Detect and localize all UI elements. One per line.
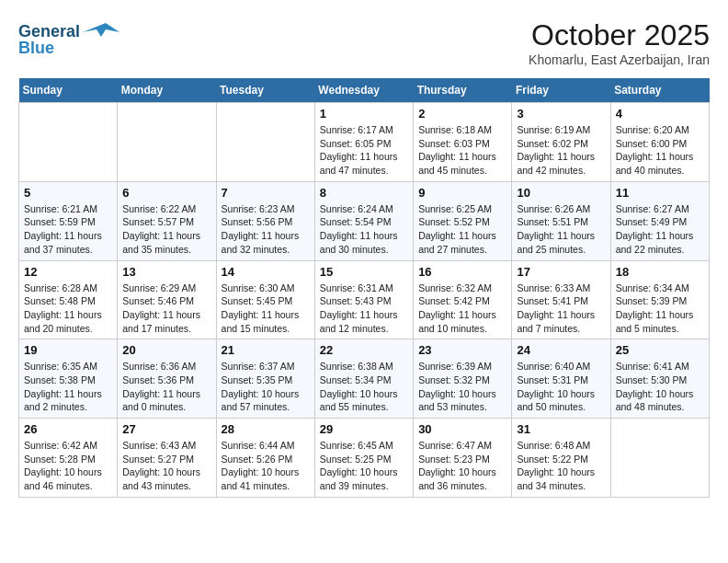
calendar-cell: 15Sunrise: 6:31 AM Sunset: 5:43 PM Dayli…: [314, 260, 413, 339]
calendar-cell: [610, 419, 709, 498]
calendar-week-row: 5Sunrise: 6:21 AM Sunset: 5:59 PM Daylig…: [19, 181, 710, 260]
calendar-cell: 18Sunrise: 6:34 AM Sunset: 5:39 PM Dayli…: [610, 260, 709, 339]
calendar-cell: 26Sunrise: 6:42 AM Sunset: 5:28 PM Dayli…: [19, 419, 118, 498]
day-info: Sunrise: 6:28 AM Sunset: 5:48 PM Dayligh…: [24, 282, 112, 336]
day-info: Sunrise: 6:19 AM Sunset: 6:02 PM Dayligh…: [517, 123, 605, 178]
day-info: Sunrise: 6:23 AM Sunset: 5:56 PM Dayligh…: [222, 202, 310, 257]
calendar-cell: 31Sunrise: 6:48 AM Sunset: 5:22 PM Dayli…: [512, 419, 610, 498]
day-number: 2: [418, 107, 506, 121]
day-info: Sunrise: 6:48 AM Sunset: 5:22 PM Dayligh…: [517, 439, 605, 493]
calendar-week-row: 1Sunrise: 6:17 AM Sunset: 6:05 PM Daylig…: [19, 103, 710, 182]
day-info: Sunrise: 6:36 AM Sunset: 5:36 PM Dayligh…: [122, 360, 210, 414]
day-info: Sunrise: 6:47 AM Sunset: 5:23 PM Dayligh…: [418, 439, 506, 493]
calendar-cell: 29Sunrise: 6:45 AM Sunset: 5:25 PM Dayli…: [314, 419, 413, 498]
calendar-cell: 4Sunrise: 6:20 AM Sunset: 6:00 PM Daylig…: [610, 103, 709, 182]
day-info: Sunrise: 6:34 AM Sunset: 5:39 PM Dayligh…: [616, 282, 704, 336]
calendar-cell: 13Sunrise: 6:29 AM Sunset: 5:46 PM Dayli…: [118, 260, 216, 339]
day-number: 4: [616, 107, 704, 121]
day-number: 20: [122, 343, 210, 357]
day-number: 23: [418, 343, 506, 357]
calendar-cell: 7Sunrise: 6:23 AM Sunset: 5:56 PM Daylig…: [216, 181, 314, 260]
logo: General Blue: [18, 18, 119, 63]
day-info: Sunrise: 6:20 AM Sunset: 6:00 PM Dayligh…: [616, 123, 704, 178]
calendar-cell: 17Sunrise: 6:33 AM Sunset: 5:41 PM Dayli…: [512, 260, 610, 339]
calendar-cell: [19, 103, 118, 182]
day-number: 12: [24, 265, 112, 279]
day-info: Sunrise: 6:30 AM Sunset: 5:45 PM Dayligh…: [222, 282, 310, 336]
day-info: Sunrise: 6:26 AM Sunset: 5:51 PM Dayligh…: [517, 202, 605, 257]
day-info: Sunrise: 6:22 AM Sunset: 5:57 PM Dayligh…: [122, 202, 210, 257]
calendar-cell: 1Sunrise: 6:17 AM Sunset: 6:05 PM Daylig…: [314, 103, 413, 182]
day-number: 8: [320, 186, 408, 200]
svg-text:Blue: Blue: [18, 39, 54, 57]
calendar-cell: 6Sunrise: 6:22 AM Sunset: 5:57 PM Daylig…: [118, 181, 216, 260]
day-number: 21: [222, 343, 310, 357]
calendar-cell: 25Sunrise: 6:41 AM Sunset: 5:30 PM Dayli…: [610, 339, 709, 419]
calendar-cell: [216, 103, 314, 182]
day-info: Sunrise: 6:44 AM Sunset: 5:26 PM Dayligh…: [222, 439, 310, 493]
calendar-week-row: 19Sunrise: 6:35 AM Sunset: 5:38 PM Dayli…: [19, 339, 710, 419]
calendar-cell: 23Sunrise: 6:39 AM Sunset: 5:32 PM Dayli…: [414, 339, 512, 419]
day-of-week-header: Friday: [512, 78, 610, 103]
day-info: Sunrise: 6:38 AM Sunset: 5:34 PM Dayligh…: [320, 360, 408, 414]
day-info: Sunrise: 6:18 AM Sunset: 6:03 PM Dayligh…: [418, 123, 506, 178]
day-info: Sunrise: 6:32 AM Sunset: 5:42 PM Dayligh…: [418, 282, 506, 336]
day-number: 5: [24, 186, 112, 200]
day-info: Sunrise: 6:45 AM Sunset: 5:25 PM Dayligh…: [320, 439, 408, 493]
calendar-cell: 21Sunrise: 6:37 AM Sunset: 5:35 PM Dayli…: [216, 339, 314, 419]
logo-text: General Blue: [18, 18, 119, 63]
day-info: Sunrise: 6:43 AM Sunset: 5:27 PM Dayligh…: [122, 439, 210, 493]
day-number: 6: [122, 186, 210, 200]
calendar-header-row: SundayMondayTuesdayWednesdayThursdayFrid…: [19, 78, 710, 103]
calendar-cell: 3Sunrise: 6:19 AM Sunset: 6:02 PM Daylig…: [512, 103, 610, 182]
day-number: 13: [122, 265, 210, 279]
month-title: October 2025: [529, 18, 710, 52]
day-info: Sunrise: 6:40 AM Sunset: 5:31 PM Dayligh…: [517, 360, 605, 414]
day-info: Sunrise: 6:25 AM Sunset: 5:52 PM Dayligh…: [418, 202, 506, 257]
day-info: Sunrise: 6:41 AM Sunset: 5:30 PM Dayligh…: [616, 360, 704, 414]
day-info: Sunrise: 6:42 AM Sunset: 5:28 PM Dayligh…: [24, 439, 112, 493]
calendar-cell: 24Sunrise: 6:40 AM Sunset: 5:31 PM Dayli…: [512, 339, 610, 419]
day-of-week-header: Thursday: [414, 78, 512, 103]
calendar-cell: 10Sunrise: 6:26 AM Sunset: 5:51 PM Dayli…: [512, 181, 610, 260]
calendar-cell: 19Sunrise: 6:35 AM Sunset: 5:38 PM Dayli…: [19, 339, 118, 419]
day-info: Sunrise: 6:29 AM Sunset: 5:46 PM Dayligh…: [122, 282, 210, 336]
calendar-cell: 2Sunrise: 6:18 AM Sunset: 6:03 PM Daylig…: [414, 103, 512, 182]
day-number: 18: [616, 265, 704, 279]
day-info: Sunrise: 6:39 AM Sunset: 5:32 PM Dayligh…: [418, 360, 506, 414]
day-number: 7: [222, 186, 310, 200]
calendar-cell: 5Sunrise: 6:21 AM Sunset: 5:59 PM Daylig…: [19, 181, 118, 260]
subtitle: Khomarlu, East Azerbaijan, Iran: [529, 52, 710, 67]
day-number: 11: [616, 186, 704, 200]
calendar-cell: [118, 103, 216, 182]
calendar-cell: 22Sunrise: 6:38 AM Sunset: 5:34 PM Dayli…: [314, 339, 413, 419]
calendar-cell: 14Sunrise: 6:30 AM Sunset: 5:45 PM Dayli…: [216, 260, 314, 339]
page: General Blue October 2025 Khomarlu, East…: [0, 0, 728, 507]
svg-marker-2: [83, 23, 119, 37]
day-number: 22: [320, 343, 408, 357]
day-info: Sunrise: 6:21 AM Sunset: 5:59 PM Dayligh…: [24, 202, 112, 257]
day-info: Sunrise: 6:27 AM Sunset: 5:49 PM Dayligh…: [616, 202, 704, 257]
title-area: October 2025 Khomarlu, East Azerbaijan, …: [529, 18, 710, 67]
day-number: 29: [320, 422, 408, 436]
calendar-cell: 8Sunrise: 6:24 AM Sunset: 5:54 PM Daylig…: [314, 181, 413, 260]
calendar-cell: 20Sunrise: 6:36 AM Sunset: 5:36 PM Dayli…: [118, 339, 216, 419]
header: General Blue October 2025 Khomarlu, East…: [18, 18, 710, 67]
day-of-week-header: Sunday: [19, 78, 118, 103]
day-number: 26: [24, 422, 112, 436]
day-number: 16: [418, 265, 506, 279]
day-number: 24: [517, 343, 605, 357]
calendar-cell: 27Sunrise: 6:43 AM Sunset: 5:27 PM Dayli…: [118, 419, 216, 498]
calendar-cell: 12Sunrise: 6:28 AM Sunset: 5:48 PM Dayli…: [19, 260, 118, 339]
day-info: Sunrise: 6:35 AM Sunset: 5:38 PM Dayligh…: [24, 360, 112, 414]
calendar-cell: 11Sunrise: 6:27 AM Sunset: 5:49 PM Dayli…: [610, 181, 709, 260]
day-info: Sunrise: 6:33 AM Sunset: 5:41 PM Dayligh…: [517, 282, 605, 336]
calendar-table: SundayMondayTuesdayWednesdayThursdayFrid…: [18, 78, 710, 498]
calendar-cell: 28Sunrise: 6:44 AM Sunset: 5:26 PM Dayli…: [216, 419, 314, 498]
day-number: 9: [418, 186, 506, 200]
day-number: 15: [320, 265, 408, 279]
day-number: 28: [222, 422, 310, 436]
day-of-week-header: Monday: [118, 78, 216, 103]
day-info: Sunrise: 6:24 AM Sunset: 5:54 PM Dayligh…: [320, 202, 408, 257]
day-number: 1: [320, 107, 408, 121]
